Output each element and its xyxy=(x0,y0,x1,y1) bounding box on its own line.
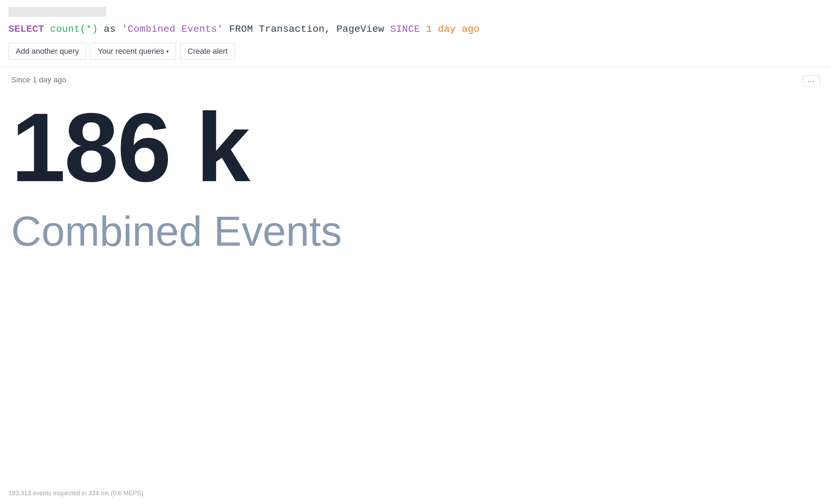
result-section: Since 1 day ago ··· 186 k Combined Event… xyxy=(0,67,831,260)
query-alias: 'Combined Events' xyxy=(122,24,223,35)
keyword-select: SELECT xyxy=(8,24,44,35)
keyword-since: SINCE xyxy=(390,24,420,35)
recent-queries-button[interactable]: Your recent queries ▾ xyxy=(90,43,176,60)
more-options-button[interactable]: ··· xyxy=(803,75,820,87)
account-placeholder xyxy=(8,7,106,17)
account-bar xyxy=(8,7,823,17)
chevron-down-icon: ▾ xyxy=(166,49,169,54)
query-display: SELECT count(*) as 'Combined Events' FRO… xyxy=(8,22,823,36)
query-time: 1 day ago xyxy=(426,24,480,35)
query-function: count(*) xyxy=(50,24,98,35)
metric-value: 186 k xyxy=(11,98,820,196)
create-alert-button[interactable]: Create alert xyxy=(180,43,235,60)
metric-name: Combined Events xyxy=(11,210,820,252)
since-label: Since 1 day ago xyxy=(11,75,820,84)
query-tables: Transaction, PageView xyxy=(259,24,384,35)
keyword-from: FROM xyxy=(229,24,253,35)
add-query-button[interactable]: Add another query xyxy=(8,43,86,60)
recent-queries-label: Your recent queries xyxy=(98,47,164,56)
toolbar: Add another query Your recent queries ▾ … xyxy=(8,43,823,67)
footer-stats: 193,313 events inspected in 334 ms (0.6 … xyxy=(8,490,143,497)
top-bar: SELECT count(*) as 'Combined Events' FRO… xyxy=(0,0,831,67)
keyword-as: as xyxy=(104,24,116,35)
